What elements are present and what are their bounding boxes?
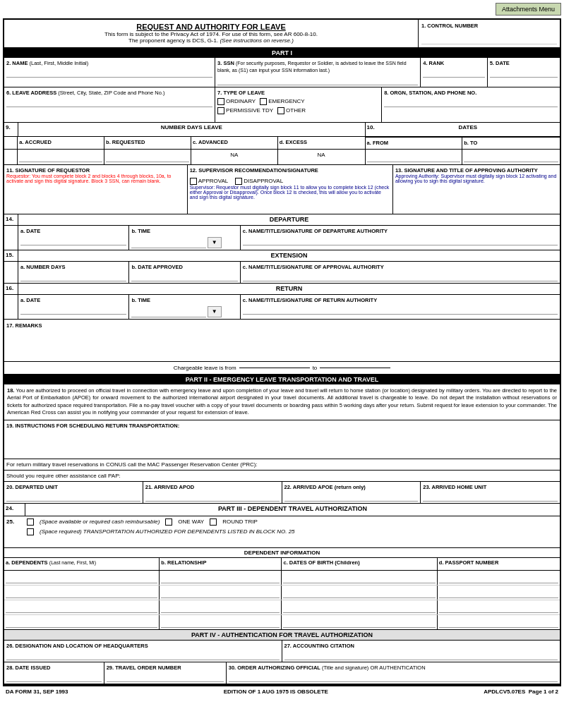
dep-4-pass-input[interactable] <box>439 618 558 628</box>
dep-1-name-input[interactable] <box>6 574 157 583</box>
space-req-checkbox[interactable] <box>27 528 34 535</box>
one-way-label: ONE WAY <box>178 518 204 525</box>
depart-authority-input[interactable] <box>243 236 558 245</box>
accrued-label: a. ACCRUED <box>19 139 52 145</box>
dep-4-pass <box>438 615 560 629</box>
one-way-checkbox[interactable] <box>165 518 172 526</box>
dep-2-pass-input[interactable] <box>439 588 558 598</box>
name-input[interactable] <box>6 68 212 78</box>
dep-row-3 <box>4 600 560 615</box>
approving-auth-label: 13. SIGNATURE AND TITLE OF APPROVING AUT… <box>395 167 558 174</box>
round-trip-checkbox[interactable] <box>210 518 217 526</box>
ext-authority-label: c. NAME/TITLE/SIGNATURE OF APPROVAL AUTH… <box>243 264 384 270</box>
date-cell: 5. DATE <box>488 58 560 87</box>
emergency-checkbox-label[interactable]: EMERGENCY <box>260 98 305 105</box>
name-label: 2. NAME (Last, First, Middle Initial) <box>6 60 88 66</box>
arrived-home-input[interactable] <box>423 492 558 502</box>
space-cash-checkbox[interactable] <box>27 518 34 526</box>
ext-authority-input[interactable] <box>243 272 558 281</box>
attachments-menu-button[interactable]: Attachments Menu <box>496 3 561 16</box>
ordinary-checkbox[interactable] <box>217 98 224 105</box>
dep-2-name-input[interactable] <box>6 588 157 598</box>
to-value-cell <box>462 150 560 164</box>
dep-2-dob-input[interactable] <box>283 588 435 598</box>
other-checkbox[interactable] <box>277 107 284 114</box>
ext-dateapproved-input[interactable] <box>131 272 237 281</box>
page: Attachments Menu REQUEST AND AUTHORITY F… <box>0 0 564 728</box>
dep-1-dob-input[interactable] <box>283 574 435 583</box>
ssn-input[interactable] <box>217 75 418 85</box>
leave-address-input[interactable] <box>6 97 212 107</box>
field30-label: 30. ORDER AUTHORIZING OFFICIAL (Title an… <box>229 665 426 671</box>
ssn-label: 3. SSN (For security purposes, Requestor… <box>217 60 406 73</box>
remarks-row: 17. REMARKS <box>4 320 560 362</box>
return-time-dropdown[interactable]: ▼ <box>208 306 222 317</box>
field27-input[interactable] <box>284 650 558 660</box>
permissive-checkbox[interactable] <box>217 107 224 114</box>
field30-input[interactable] <box>229 672 558 682</box>
ordinary-checkbox-label[interactable]: ORDINARY <box>217 98 256 105</box>
other-checkbox-label[interactable]: OTHER <box>277 107 306 114</box>
return-time-input[interactable] <box>131 308 205 317</box>
row-26-27: 26. DESIGNATION AND LOCATION OF HEADQUAR… <box>4 641 560 662</box>
approval-checkbox-label[interactable]: APPROVAL <box>190 178 229 185</box>
dep-1-pass-input[interactable] <box>439 574 558 583</box>
field26-input[interactable] <box>6 650 280 660</box>
instructions-label: 19. INSTRUCTIONS FOR SCHEDULING RETURN T… <box>6 423 558 429</box>
arrived-apod-input[interactable] <box>145 492 280 502</box>
emergency-checkbox[interactable] <box>260 98 267 105</box>
return-date-cell: a. DATE <box>18 295 129 319</box>
field29-input[interactable] <box>107 672 224 682</box>
permissive-checkbox-label[interactable]: PERMISSIVE TDY <box>217 107 273 114</box>
dep-3-pass <box>438 600 560 614</box>
dep-4-name-input[interactable] <box>6 618 157 628</box>
from-input[interactable] <box>367 152 461 162</box>
row-extension-header: 15. EXTENSION <box>4 250 560 262</box>
dep-1-name <box>4 571 160 585</box>
return-authority-input[interactable] <box>243 305 558 315</box>
row-address-leavetype-orgn: 6. LEAVE ADDRESS (Street, City, State, Z… <box>4 87 560 123</box>
accrued-input[interactable] <box>19 152 102 162</box>
disapproval-checkbox[interactable] <box>235 178 242 185</box>
field25-num: 25. <box>6 518 24 545</box>
dep-row-2 <box>4 586 560 600</box>
advanced-label: c. ADVANCED <box>193 139 228 145</box>
orgn-input[interactable] <box>384 97 558 107</box>
return-date-input[interactable] <box>20 305 126 315</box>
dep-2-rel-input[interactable] <box>161 588 280 598</box>
approval-checkbox[interactable] <box>190 178 197 185</box>
dates-values-row <box>366 150 560 164</box>
part4-header: PART IV - AUTHENTICATION FOR TRAVEL AUTH… <box>4 630 560 641</box>
to-input[interactable] <box>464 152 558 162</box>
dep-3-dob-input[interactable] <box>283 603 435 613</box>
depart-date-input[interactable] <box>20 236 126 245</box>
ext-authority-cell: c. NAME/TITLE/SIGNATURE OF APPROVAL AUTH… <box>241 262 560 283</box>
dep-4-rel-input[interactable] <box>161 618 280 628</box>
dep-4-dob-input[interactable] <box>283 618 435 628</box>
depart-time-dropdown[interactable]: ▼ <box>208 237 222 248</box>
dep-3-pass-input[interactable] <box>439 603 558 613</box>
remarks-textarea[interactable] <box>6 329 558 357</box>
dep-3-name-input[interactable] <box>6 603 157 613</box>
spacer-15 <box>4 262 18 283</box>
depart-time-input[interactable] <box>131 238 205 248</box>
dep-1-dob <box>282 571 437 585</box>
disapproval-checkbox-label[interactable]: DISAPPROVAL <box>235 178 283 185</box>
accrued-value-cell <box>18 150 104 164</box>
form-title-area: REQUEST AND AUTHORITY FOR LEAVE This for… <box>4 20 419 47</box>
row-24-part3: 24. PART III - DEPENDENT TRAVEL AUTHORIZ… <box>4 504 560 516</box>
ext-numdays-input[interactable] <box>20 272 126 281</box>
arrived-apoe-input[interactable] <box>284 492 419 502</box>
rank-input[interactable] <box>423 68 484 78</box>
dep-3-dob <box>282 600 437 614</box>
date-input[interactable] <box>490 68 558 78</box>
dep-1-rel-input[interactable] <box>161 574 280 583</box>
requested-input[interactable] <box>106 152 189 162</box>
dates-header: 10. DATES <box>366 123 560 132</box>
control-number-input[interactable] <box>421 30 557 44</box>
dep-row-1 <box>4 571 560 586</box>
dep-3-rel-input[interactable] <box>161 603 280 613</box>
field28-input[interactable] <box>6 672 102 682</box>
departed-unit-input[interactable] <box>6 492 140 502</box>
return-time-cell: b. TIME ▼ <box>129 295 240 319</box>
